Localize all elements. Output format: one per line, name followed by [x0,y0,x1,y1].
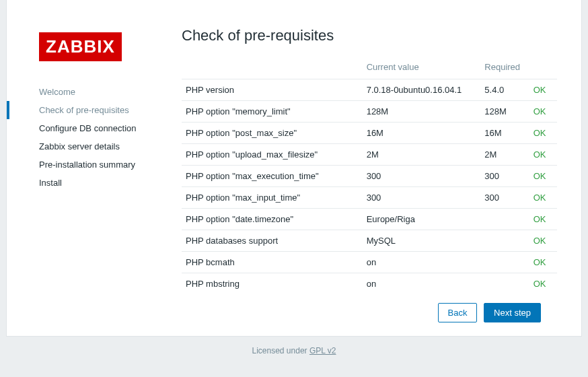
cell-required: 5.4.0 [480,79,529,101]
cell-status: OK [529,230,557,252]
table-row: PHP option "max_input_time"300300OK [182,187,557,209]
step-label: Install [39,178,62,188]
th-name [182,57,363,79]
step-label: Welcome [39,87,75,97]
page-title: Check of pre-requisites [182,27,561,44]
steps-list: WelcomeCheck of pre-requisitesConfigure … [39,83,175,192]
cell-name: PHP version [182,79,363,101]
cell-name: PHP bcmath [182,252,363,273]
table-row: PHP option "post_max_size"16M16MOK [182,123,557,144]
step-label: Zabbix server details [39,141,120,151]
footer-license-link[interactable]: GPL v2 [309,346,336,355]
step-label: Pre-installation summary [39,160,135,170]
cell-name: PHP option "max_input_time" [182,187,363,209]
cell-required [480,230,529,252]
cell-name: PHP option "post_max_size" [182,123,363,144]
step-item[interactable]: Configure DB connection [39,119,175,137]
th-required: Required [480,57,529,79]
content: ZABBIX WelcomeCheck of pre-requisitesCon… [7,20,581,322]
table-row: PHP option "max_execution_time"300300OK [182,166,557,187]
table-row: PHP option "date.timezone"Europe/RigaOK [182,209,557,230]
cell-status: OK [529,144,557,166]
step-item[interactable]: Pre-installation summary [39,156,175,174]
cell-current: 16M [363,123,481,144]
prereq-table: Current value Required PHP version7.0.18… [182,57,557,294]
cell-current: on [363,252,481,273]
cell-current: 300 [363,166,481,187]
back-button[interactable]: Back [438,303,478,322]
footer: Licensed under GPL v2 [0,337,588,361]
table-row: PHP mbstringonOK [182,273,557,294]
table-row: PHP option "memory_limit"128M128MOK [182,101,557,123]
cell-current: 7.0.18-0ubuntu0.16.04.1 [363,79,481,101]
main: Check of pre-requisites Current value Re… [175,20,581,322]
buttons-row: Back Next step [182,294,561,322]
cell-name: PHP databases support [182,230,363,252]
th-status [529,57,557,79]
sidebar: ZABBIX WelcomeCheck of pre-requisitesCon… [7,20,175,322]
th-current: Current value [363,57,481,79]
prereq-table-wrap[interactable]: Current value Required PHP version7.0.18… [182,57,561,294]
cell-status: OK [529,187,557,209]
next-step-button[interactable]: Next step [484,303,541,322]
cell-status: OK [529,101,557,123]
cell-required [480,252,529,273]
cell-current: Europe/Riga [363,209,481,230]
table-row: PHP bcmathonOK [182,252,557,273]
cell-current: on [363,273,481,294]
cell-name: PHP mbstring [182,273,363,294]
footer-prefix: Licensed under [252,346,309,355]
cell-status: OK [529,166,557,187]
cell-name: PHP option "memory_limit" [182,101,363,123]
installer-card: ZABBIX WelcomeCheck of pre-requisitesCon… [6,0,582,337]
cell-status: OK [529,273,557,294]
cell-required: 300 [480,187,529,209]
cell-status: OK [529,123,557,144]
logo: ZABBIX [39,32,122,61]
cell-status: OK [529,252,557,273]
table-row: PHP databases supportMySQLOK [182,230,557,252]
step-item[interactable]: Zabbix server details [39,137,175,156]
cell-status: OK [529,209,557,230]
step-item[interactable]: Welcome [39,83,175,101]
cell-name: PHP option "upload_max_filesize" [182,144,363,166]
cell-required: 16M [480,123,529,144]
cell-current: 2M [363,144,481,166]
cell-current: 300 [363,187,481,209]
step-label: Check of pre-requisites [39,105,129,115]
cell-name: PHP option "max_execution_time" [182,166,363,187]
step-item[interactable]: Install [39,174,175,192]
step-item[interactable]: Check of pre-requisites [39,101,175,119]
step-label: Configure DB connection [39,123,137,133]
table-row: PHP option "upload_max_filesize"2M2MOK [182,144,557,166]
cell-current: MySQL [363,230,481,252]
cell-required [480,209,529,230]
cell-current: 128M [363,101,481,123]
cell-status: OK [529,79,557,101]
cell-required [480,273,529,294]
cell-required: 2M [480,144,529,166]
cell-name: PHP option "date.timezone" [182,209,363,230]
cell-required: 128M [480,101,529,123]
table-row: PHP version7.0.18-0ubuntu0.16.04.15.4.0O… [182,79,557,101]
cell-required: 300 [480,166,529,187]
